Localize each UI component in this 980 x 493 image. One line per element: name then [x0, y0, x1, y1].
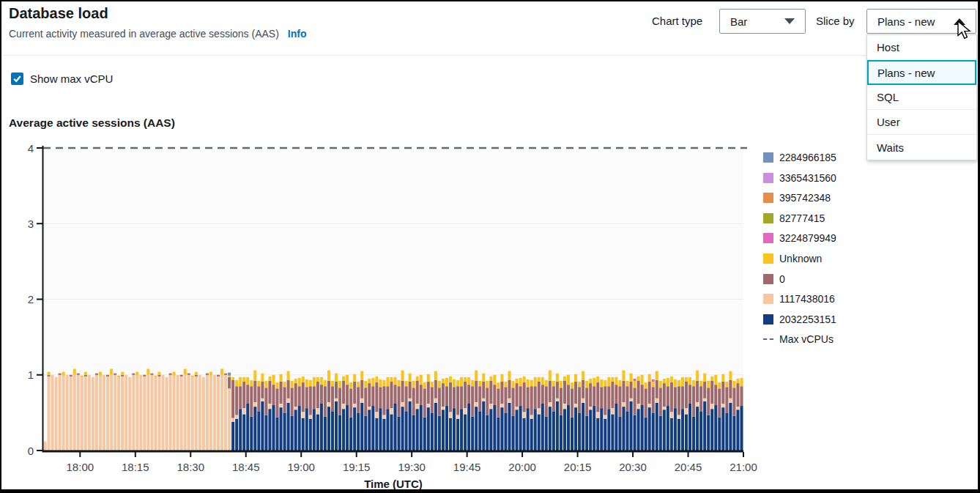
bar-segment	[302, 412, 305, 418]
bar-segment	[188, 374, 190, 375]
bar-segment	[475, 371, 478, 381]
bar-segment	[500, 374, 503, 382]
bar-segment	[184, 368, 187, 374]
bar-segment	[298, 378, 301, 386]
bar-segment	[549, 402, 552, 407]
bar-segment	[302, 418, 305, 451]
bar-segment	[99, 376, 102, 451]
x-tick-label: 19:15	[343, 461, 371, 473]
bar-segment	[423, 388, 426, 417]
bar-segment	[703, 374, 706, 382]
bar-segment	[305, 408, 308, 451]
bar-segment	[309, 386, 312, 415]
bar-segment	[453, 387, 456, 408]
legend-item-unknown[interactable]: Unknown	[763, 253, 836, 264]
bar-segment	[497, 418, 500, 451]
bar-segment	[710, 409, 713, 451]
bar-segment	[486, 415, 489, 451]
bar-segment	[556, 374, 559, 382]
bar-segment	[703, 382, 706, 399]
bar-segment	[589, 409, 592, 451]
bar-segment	[114, 374, 116, 375]
bar-segment	[416, 381, 419, 404]
legend-item-2032253151[interactable]: 2032253151	[763, 314, 836, 325]
legend-item-395742348[interactable]: 395742348	[763, 193, 836, 203]
bar-segment	[242, 377, 245, 382]
bar-segment	[420, 405, 423, 451]
bar-segment	[512, 381, 515, 388]
legend-item-max-vcpus[interactable]: Max vCPUs	[763, 334, 836, 344]
bar-segment	[59, 374, 62, 375]
legend-item-3224879949[interactable]: 3224879949	[763, 233, 836, 243]
bar-segment	[630, 401, 633, 451]
bar-segment	[327, 371, 330, 381]
bar-segment	[460, 377, 463, 386]
dropdown-option-user[interactable]: User	[867, 110, 976, 135]
info-link[interactable]: Info	[288, 28, 307, 40]
show-max-vcpu-row[interactable]: Show max vCPU	[11, 73, 113, 85]
chart-type-select[interactable]: Bar	[719, 9, 806, 34]
dropdown-option-waits[interactable]: Waits	[867, 135, 976, 160]
bar-segment	[253, 371, 256, 381]
bar-segment	[504, 387, 507, 412]
bar-segment	[371, 406, 374, 451]
bar-segment	[618, 386, 621, 416]
bar-segment	[416, 377, 419, 381]
x-tick-label: 18:00	[67, 461, 94, 473]
bar-segment	[379, 379, 382, 387]
bar-segment	[257, 386, 260, 411]
bar-segment	[66, 375, 69, 451]
bar-segment	[302, 377, 305, 382]
bar-segment	[169, 375, 172, 451]
bar-segment	[538, 377, 541, 382]
bar-segment	[516, 383, 519, 407]
bar-segment	[493, 385, 496, 405]
legend-label: 82777415	[779, 212, 825, 224]
bar-segment	[117, 376, 120, 377]
bar-segment	[202, 377, 205, 451]
bar-segment	[346, 405, 349, 451]
show-max-vcpu-checkbox[interactable]	[11, 73, 23, 85]
x-tick-label: 20:45	[675, 461, 702, 473]
bar-segment	[674, 408, 677, 451]
bar-segment	[188, 375, 190, 451]
bar-segment	[132, 374, 135, 375]
bar-segment	[250, 380, 253, 386]
bar-segment	[228, 376, 231, 377]
legend-item-2284966185[interactable]: 2284966185	[763, 152, 836, 163]
bar-segment	[110, 375, 113, 451]
slice-by-dropdown-menu: HostPlans - newSQLUserWaits	[866, 34, 977, 160]
bar-segment	[228, 388, 231, 451]
bar-segment	[615, 377, 617, 385]
legend-item-3365431560[interactable]: 3365431560	[763, 173, 836, 183]
dropdown-option-plans-new[interactable]: Plans - new	[867, 60, 976, 85]
legend-item-1117438016[interactable]: 1117438016	[763, 294, 836, 304]
bar-segment	[527, 408, 530, 451]
bar-segment	[287, 399, 290, 403]
bar-segment	[729, 371, 732, 380]
bar-segment	[645, 382, 647, 388]
bar-segment	[136, 372, 138, 376]
bar-segment	[523, 382, 526, 412]
bar-segment	[309, 415, 312, 418]
bar-segment	[371, 378, 374, 386]
legend-item-0[interactable]: 0	[763, 274, 836, 284]
bar-segment	[73, 375, 76, 451]
bar-segment	[313, 377, 316, 386]
legend-item-82777415[interactable]: 82777415	[763, 213, 836, 223]
bar-segment	[70, 375, 73, 377]
bar-segment	[250, 417, 253, 451]
bar-segment	[718, 418, 721, 451]
bar-segment	[283, 412, 286, 451]
bar-segment	[55, 377, 58, 451]
bar-segment	[51, 375, 54, 451]
bar-segment	[280, 382, 283, 404]
bar-segment	[607, 377, 610, 386]
bar-segment	[313, 409, 316, 451]
bar-segment	[497, 382, 500, 388]
bar-segment	[195, 377, 198, 451]
bar-segment	[353, 407, 356, 451]
bar-segment	[283, 387, 286, 412]
dropdown-option-sql[interactable]: SQL	[867, 85, 976, 110]
bar-segment	[516, 407, 519, 409]
